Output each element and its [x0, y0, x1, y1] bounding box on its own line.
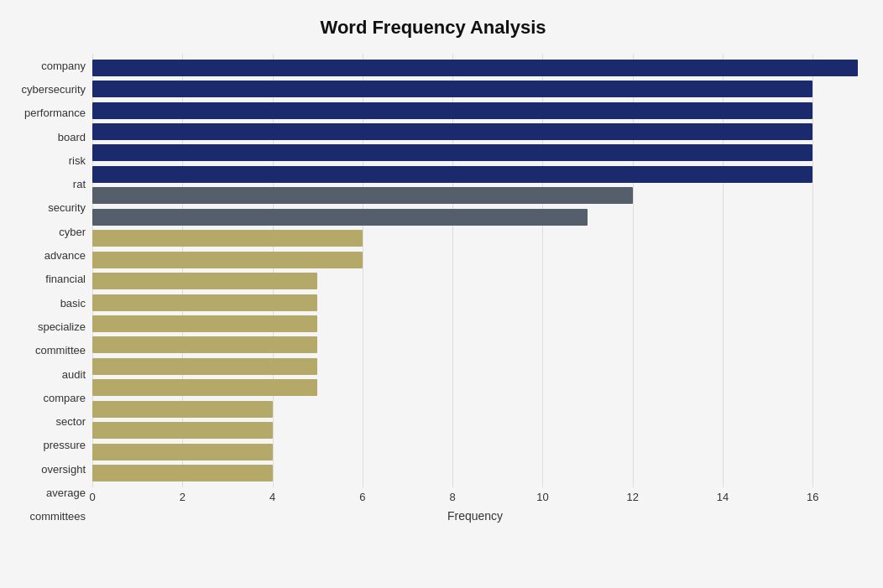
bar-audit — [92, 336, 317, 353]
bar-row-audit — [92, 335, 858, 355]
chart-body: companycybersecurityperformanceboardrisk… — [8, 54, 858, 528]
y-axis: companycybersecurityperformanceboardrisk… — [8, 54, 92, 528]
y-label-basic: basic — [8, 298, 86, 309]
bar-row-company — [92, 58, 858, 78]
bar-row-risk — [92, 143, 858, 163]
y-label-oversight: oversight — [8, 464, 86, 475]
bar-row-security — [92, 185, 858, 206]
bar-row-specialize — [92, 293, 858, 313]
x-tick-6: 6 — [359, 491, 365, 503]
x-tick-4: 4 — [269, 491, 275, 503]
bar-row-advance — [92, 228, 858, 248]
y-label-sector: sector — [8, 416, 86, 427]
x-tick-10: 10 — [536, 491, 548, 503]
bar-compare — [92, 358, 317, 375]
bar-row-sector — [92, 377, 858, 398]
bars-and-grid — [92, 54, 858, 487]
bar-performance — [92, 102, 812, 119]
y-label-company: company — [8, 60, 86, 71]
bar-row-financial — [92, 250, 858, 270]
y-label-risk: risk — [8, 155, 86, 166]
bar-rat — [92, 166, 812, 183]
chart-title: Word Frequency Analysis — [8, 17, 858, 39]
bar-row-basic — [92, 271, 858, 291]
y-label-average: average — [8, 487, 86, 498]
y-label-performance: performance — [8, 107, 86, 118]
bar-basic — [92, 273, 317, 289]
bar-risk — [92, 144, 812, 161]
bar-row-performance — [92, 101, 858, 121]
y-label-committees: committees — [8, 511, 86, 522]
bar-committees — [92, 465, 273, 481]
bar-row-committees — [92, 463, 858, 483]
bar-company — [92, 60, 858, 76]
x-tick-12: 12 — [627, 491, 639, 503]
bar-board — [92, 123, 812, 140]
x-tick-0: 0 — [89, 491, 95, 503]
x-axis-area: 0246810121416 Frequency — [92, 491, 858, 528]
x-tick-2: 2 — [180, 491, 185, 503]
bar-cyber — [92, 209, 588, 226]
y-label-specialize: specialize — [8, 321, 86, 332]
bar-row-compare — [92, 356, 858, 377]
bar-row-committee — [92, 314, 858, 334]
y-label-cybersecurity: cybersecurity — [8, 84, 86, 95]
x-axis-label: Frequency — [92, 509, 858, 523]
bar-row-pressure — [92, 399, 858, 419]
chart-container: Word Frequency Analysis companycybersecu… — [0, 0, 883, 588]
bars-container — [92, 54, 858, 487]
bar-cybersecurity — [92, 81, 812, 97]
y-label-cyber: cyber — [8, 226, 86, 237]
bar-oversight — [92, 422, 273, 439]
bar-row-cybersecurity — [92, 79, 858, 99]
bar-row-average — [92, 442, 858, 462]
y-label-advance: advance — [8, 250, 86, 261]
bar-row-rat — [92, 164, 858, 185]
bar-advance — [92, 230, 363, 247]
plot-area: 0246810121416 Frequency — [92, 54, 858, 528]
bar-sector — [92, 379, 317, 396]
bar-security — [92, 187, 633, 204]
bar-pressure — [92, 401, 273, 418]
y-label-rat: rat — [8, 179, 86, 190]
bar-average — [92, 444, 273, 461]
y-label-pressure: pressure — [8, 440, 86, 450]
bar-financial — [92, 252, 363, 268]
y-label-audit: audit — [8, 369, 86, 380]
y-label-financial: financial — [8, 273, 86, 284]
bar-row-cyber — [92, 207, 858, 227]
x-tick-14: 14 — [717, 491, 729, 503]
y-label-security: security — [8, 202, 86, 213]
bar-specialize — [92, 294, 317, 311]
bar-row-board — [92, 122, 858, 142]
bar-committee — [92, 315, 317, 332]
bar-row-oversight — [92, 420, 858, 440]
y-label-compare: compare — [8, 393, 86, 403]
y-label-committee: committee — [8, 345, 86, 356]
y-label-board: board — [8, 132, 86, 143]
x-tick-8: 8 — [450, 491, 456, 503]
x-tick-16: 16 — [807, 491, 818, 503]
